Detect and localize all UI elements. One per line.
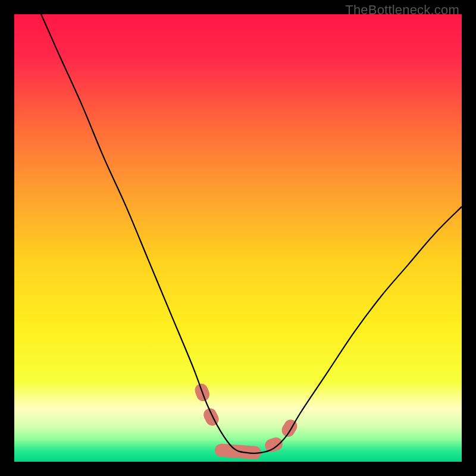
watermark-text: TheBottleneck.com <box>345 2 459 18</box>
valley-marker-layer <box>193 382 299 460</box>
bottleneck-curve <box>41 14 462 453</box>
plot-area <box>14 14 462 462</box>
chart-svg <box>14 14 462 462</box>
valley-marker <box>201 406 221 428</box>
valley-marker <box>279 417 299 439</box>
outer-black-frame: TheBottleneck.com <box>0 0 476 476</box>
